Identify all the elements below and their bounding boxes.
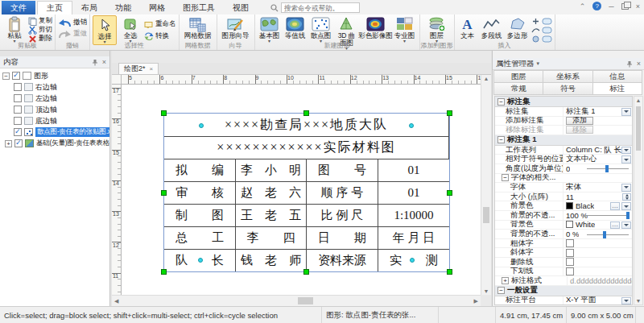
collapse-expander[interactable] [2,72,10,80]
close-icon[interactable]: × [637,60,641,68]
graph-wizard-button[interactable]: 图形向导 [220,15,252,39]
tree-item-top-axis[interactable]: 顶边轴 [0,104,109,115]
prop-row-font[interactable]: 字体 宋体 [495,183,632,193]
tab-general[interactable]: 常规 [493,82,543,95]
tab-coordinate-system[interactable]: 坐标系 [543,70,592,83]
selection-handle[interactable] [447,110,452,116]
selection-handle[interactable] [161,190,167,196]
tab-symbol[interactable]: 符号 [543,82,592,95]
rounded-rect-icon[interactable] [542,27,552,34]
prop-row-label-plane[interactable]: 标注平台 X-Y 平面 [495,296,632,305]
tab-labels[interactable]: 标注 [592,82,642,95]
collapse-ribbon-icon[interactable]: ⌃ [580,2,586,10]
contour-button[interactable]: 等值线 [283,15,308,39]
prop-row-italic[interactable]: 斜体字 [495,248,632,258]
selection-handle[interactable] [303,269,309,275]
tree-item-base-map[interactable]: 基础(矢量)图-责任表表格.bln [0,138,109,149]
scrollbar-thumb[interactable] [298,297,313,304]
pin-icon[interactable] [626,60,633,68]
prop-group-font[interactable]: 字体的相关... [495,174,632,184]
section-label-set-1[interactable]: 标注集 1 [495,135,632,146]
plus-symbol-icon[interactable] [531,18,540,25]
specialty-button[interactable]: 专业图 ▾ [393,15,417,43]
paste-button[interactable]: 粘贴 ▾ [2,15,27,43]
title-block-table[interactable]: ××××勘查局×××地质大队 ××××××××××××实际材料图 拟 编 李 小… [163,113,450,272]
prop-row-label-format[interactable]: 标注格式 d.dddddddddddddd [495,276,632,286]
checkbox[interactable] [14,83,22,91]
collapse-expander[interactable] [497,98,505,106]
dropdown-button[interactable] [621,108,631,116]
tree-item-bottom-axis[interactable]: 底边轴 [0,115,109,126]
tab-features[interactable]: 功能 [106,1,140,14]
slider-track[interactable] [587,234,629,235]
add-button[interactable]: 添加 [566,117,593,125]
rename-button[interactable]: 重命名 [144,20,176,28]
slider-track[interactable] [587,168,629,169]
tree-item-graph[interactable]: 图形 [0,70,109,81]
close-icon[interactable]: × [102,58,106,66]
prop-row-strikethrough[interactable]: 删除线 [495,258,632,267]
scrollbar-thumb[interactable] [636,106,641,151]
cut-button[interactable]: 剪切 [28,26,52,34]
polyline-button[interactable]: 多段线 [480,15,504,39]
property-scrollbar[interactable]: ▲ ▼ [634,96,643,305]
slider-thumb[interactable] [605,165,609,172]
search-input[interactable] [281,2,360,13]
selection-handle[interactable] [161,110,167,116]
restore-icon[interactable] [621,3,629,10]
checkbox[interactable] [14,94,22,102]
selection-handle[interactable] [447,190,452,196]
dropdown-button[interactable] [621,147,631,155]
tab-graph-tools[interactable]: 图形工具 [174,1,224,14]
horizontal-scrollbar[interactable]: ◀ ▶ [112,295,481,306]
collapse-expander[interactable] [502,174,509,181]
tree-item-left-axis[interactable]: 左边轴 [0,93,109,104]
dropdown-button[interactable] [621,222,631,230]
tab-layer[interactable]: 图层 [493,70,543,83]
selection-handle[interactable] [161,269,167,275]
text-button[interactable]: A 文本 [457,15,478,39]
selection-handle[interactable] [447,269,452,275]
select-button[interactable]: 选择 ▾ [93,15,117,45]
rounded-rect-icon[interactable] [542,18,552,25]
checkbox[interactable] [14,117,22,125]
scroll-left-icon[interactable]: ◀ [114,298,118,304]
dropdown-button[interactable] [621,202,631,210]
prop-row-add-set[interactable]: 添加标注集 添加 [495,117,632,126]
scroll-right-icon[interactable]: ▶ [474,298,478,304]
layers-button[interactable]: 图层 ▾ [423,15,452,43]
slider-track[interactable] [587,215,629,216]
scroll-up-icon[interactable]: ▲ [634,97,642,103]
prop-row-underline[interactable]: 下划线 [495,267,632,277]
section-label-sets[interactable]: 标注集 [495,97,632,107]
scrollbar-thumb[interactable] [483,207,489,223]
expand-expander[interactable] [5,140,12,147]
prop-row-size[interactable]: 大小 (点阵) 11 [495,193,632,202]
tree-item-scatter-plot[interactable]: 散点图-责任表的张贴图.xls [0,126,109,138]
tab-grids[interactable]: 网格 [140,1,174,14]
chevron-down-icon[interactable]: ▾ [537,60,540,67]
undo-button[interactable]: 撤销 [58,19,87,27]
grid-data-button[interactable]: 网格数据 [182,15,214,39]
scroll-up-icon[interactable]: ▲ [481,76,491,81]
checkbox[interactable] [566,267,574,275]
dropdown-button[interactable] [621,184,631,192]
checkbox[interactable] [566,239,574,247]
slider-thumb[interactable] [603,231,606,238]
scatter-button[interactable]: 散点图 ▾ [309,15,333,43]
collapse-expander[interactable] [497,287,505,294]
spinner-buttons[interactable] [622,193,631,201]
prop-row-foreground-opacity[interactable]: 前景的不透... 100 % [495,211,632,221]
prop-row-bold[interactable]: 粗体字 [495,239,632,249]
tab-layout[interactable]: 布局 [72,1,106,14]
tab-view[interactable]: 视图 [224,1,258,14]
close-icon[interactable]: × [150,65,154,72]
file-tab[interactable]: 文件 [2,1,35,14]
checkbox[interactable] [14,106,22,114]
checkbox[interactable] [12,72,20,80]
basic-graph-button[interactable]: 基本图 ▾ [258,15,282,43]
scroll-down-icon[interactable]: ▼ [481,288,491,294]
document-tab[interactable]: 绘图2* × [118,63,159,74]
prop-row-background-opacity[interactable]: 背景的不透... 0 % [495,230,632,239]
collapse-expander[interactable] [497,136,505,143]
